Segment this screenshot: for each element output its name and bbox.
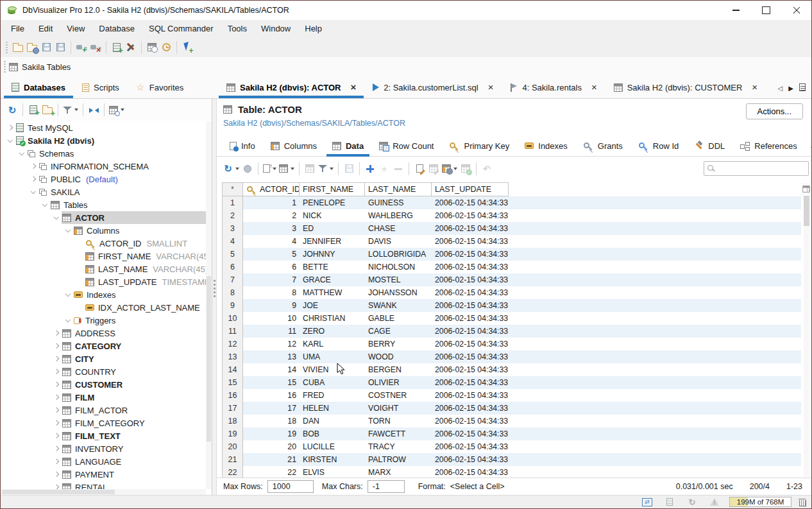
subtab-row-id[interactable]: Row Id — [630, 135, 686, 156]
cell-last_name[interactable]: TORN — [365, 415, 432, 427]
cell-last_name[interactable]: PALTROW — [365, 453, 432, 466]
tree-item-schemas[interactable]: Schemas — [1, 147, 206, 160]
filter-button[interactable] — [62, 102, 80, 117]
panel-splitter[interactable] — [212, 99, 217, 495]
actions-button[interactable]: Actions... — [746, 103, 803, 119]
cell-first_name[interactable]: JOHNNY — [300, 248, 365, 261]
cell-first_name[interactable]: CHRISTIAN — [300, 312, 365, 325]
tree-item-sakila-h2-dbvis-[interactable]: Sakila H2 (dbvis) — [1, 134, 206, 147]
chevron-right-icon[interactable] — [51, 395, 62, 400]
disconnect-button[interactable] — [89, 40, 103, 55]
cell-actor_id[interactable]: 2 — [243, 209, 300, 222]
cell-last_name[interactable]: BERGEN — [365, 363, 432, 376]
row-number[interactable]: 6 — [222, 261, 243, 273]
cell-last_name[interactable]: GUINESS — [365, 196, 432, 209]
pointer-add-button[interactable] — [180, 40, 194, 55]
cell-first_name[interactable]: MATTHEW — [300, 286, 365, 299]
cell-last_update[interactable]: 2006-02-15 04:34:33 — [432, 466, 509, 478]
row-number[interactable]: 15 — [222, 376, 243, 389]
cell-actor_id[interactable]: 3 — [243, 222, 300, 235]
subtab-columns[interactable]: Columns — [263, 135, 325, 156]
chevron-right-icon[interactable] — [51, 331, 62, 336]
tree-item-idx-actor-last-name[interactable]: IDX_ACTOR_LAST_NAME1:LAST — [1, 301, 206, 314]
connect-button[interactable] — [74, 40, 89, 55]
chevron-right-icon[interactable] — [28, 177, 38, 182]
chevron-right-icon[interactable] — [51, 356, 62, 361]
sync-button[interactable] — [685, 494, 699, 509]
tab-databases[interactable]: Databases — [3, 76, 74, 98]
cell-first_name[interactable]: NICK — [300, 209, 365, 222]
cell-actor_id[interactable]: 1 — [243, 196, 300, 209]
cell-first_name[interactable]: ELVIS — [300, 466, 365, 478]
cell-last_name[interactable]: WOOD — [365, 350, 432, 363]
cell-actor_id[interactable]: 18 — [243, 415, 300, 427]
max-rows-input[interactable]: 1000 — [267, 480, 314, 493]
row-number[interactable]: 17 — [222, 402, 243, 415]
trash-icon[interactable] — [799, 498, 806, 506]
cell-last_name[interactable]: MARX — [365, 466, 432, 478]
cell-actor_id[interactable]: 9 — [243, 299, 300, 312]
row-number[interactable]: 9 — [222, 299, 243, 312]
dropdown-arrow-icon[interactable] — [273, 168, 276, 170]
chevron-down-icon[interactable] — [39, 202, 50, 207]
row-number[interactable]: 4 — [222, 235, 243, 248]
cell-last_update[interactable]: 2006-02-15 04:34:33 — [432, 350, 509, 363]
cell-last_update[interactable]: 2006-02-15 04:34:33 — [432, 209, 509, 222]
cell-first_name[interactable]: UMA — [300, 350, 365, 363]
memory-indicator[interactable]: 199M of 768M — [729, 497, 791, 507]
cell-last_update[interactable]: 2006-02-15 04:34:33 — [432, 415, 509, 427]
cell-actor_id[interactable]: 21 — [243, 453, 300, 466]
cell-last_update[interactable]: 2006-02-15 04:34:33 — [432, 453, 509, 466]
cell-last_name[interactable]: SWANK — [365, 299, 432, 312]
close-icon[interactable] — [781, 1, 811, 20]
tab-favorites[interactable]: Favorites — [128, 76, 192, 98]
cell-actor_id[interactable]: 17 — [243, 402, 300, 415]
tree-item-columns[interactable]: Columns — [1, 224, 206, 237]
tree-item-indexes[interactable]: Indexes — [1, 288, 206, 301]
cell-last_update[interactable]: 2006-02-15 04:34:33 — [432, 440, 509, 453]
row-number[interactable]: 10 — [222, 312, 243, 325]
cell-first_name[interactable]: BETTE — [300, 261, 365, 273]
column-header-last_update[interactable]: LAST_UPDATE — [432, 182, 509, 196]
row-number[interactable]: 2 — [222, 209, 243, 222]
cell-last_name[interactable]: JOHANSSON — [365, 286, 432, 299]
cell-actor_id[interactable]: 7 — [243, 273, 300, 286]
tree-item-public[interactable]: PUBLIC(Default) — [1, 173, 206, 185]
cell-last_name[interactable]: COSTNER — [365, 389, 432, 402]
close-tab-icon[interactable]: × — [350, 83, 356, 92]
chevron-right-icon[interactable] — [51, 472, 62, 477]
tree-item-sakila[interactable]: SAKILA — [1, 185, 206, 198]
chevron-right-icon[interactable] — [51, 485, 62, 489]
cell-last_update[interactable]: 2006-02-15 04:34:33 — [432, 338, 509, 350]
tab-4-sakila-rentals[interactable]: 4: Sakila.rentals× — [502, 76, 605, 98]
menu-database[interactable]: Database — [92, 20, 142, 37]
refresh-button[interactable] — [222, 161, 241, 177]
tree-horizontal-scrollbar[interactable] — [1, 489, 206, 495]
menu-sql-commander[interactable]: SQL Commander — [142, 20, 221, 37]
cell-first_name[interactable]: ZERO — [300, 325, 365, 338]
cell-last_update[interactable]: 2006-02-15 04:34:33 — [432, 376, 509, 389]
cell-last_update[interactable]: 2006-02-15 04:34:33 — [432, 286, 509, 299]
cell-last_name[interactable]: WAHLBERG — [365, 209, 432, 222]
menu-tools[interactable]: Tools — [221, 20, 254, 37]
dropdown-arrow-icon[interactable] — [74, 108, 78, 111]
row-number[interactable]: 21 — [222, 453, 243, 466]
wintab-drag-handle[interactable] — [4, 61, 6, 73]
grid-corner-button[interactable] — [802, 183, 811, 195]
chevron-right-icon[interactable] — [51, 343, 62, 349]
column-header-last_name[interactable]: LAST_NAME — [365, 182, 432, 196]
cell-last_update[interactable]: 2006-02-15 04:34:33 — [432, 299, 509, 312]
search-input[interactable] — [718, 163, 808, 174]
tree-item-country[interactable]: COUNTRY — [1, 365, 206, 378]
plus-button[interactable] — [363, 161, 377, 177]
cell-last_update[interactable]: 2006-02-15 04:34:33 — [432, 312, 509, 325]
chevron-right-icon[interactable] — [51, 369, 62, 374]
menu-view[interactable]: View — [60, 20, 92, 37]
chevron-down-icon[interactable] — [28, 189, 38, 194]
row-number[interactable]: 8 — [222, 286, 243, 299]
cell-first_name[interactable]: KIRSTEN — [300, 453, 365, 466]
tree-item-rental[interactable]: RENTAL — [1, 481, 206, 489]
cell-last_update[interactable]: 2006-02-15 04:34:33 — [432, 273, 509, 286]
cell-first_name[interactable]: GRACE — [300, 273, 365, 286]
monitor-sync-button[interactable] — [640, 494, 654, 509]
